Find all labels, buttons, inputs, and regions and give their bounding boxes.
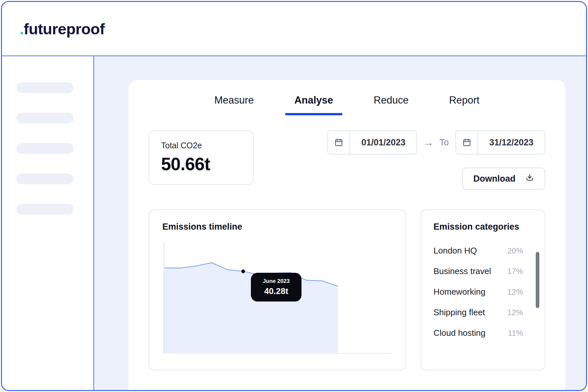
start-date-input[interactable]: 01/01/2023 — [327, 130, 417, 155]
category-percent: 12% — [507, 287, 532, 297]
download-button[interactable]: Download — [462, 168, 545, 190]
emissions-timeline-title: Emissions timeline — [162, 222, 392, 232]
brand-logo-dot: . — [20, 20, 24, 38]
sidebar — [2, 56, 94, 390]
category-percent: 17% — [507, 267, 532, 276]
category-label: London HQ — [433, 246, 477, 256]
category-percent: 12% — [507, 308, 532, 317]
calendar-icon — [456, 131, 478, 154]
tab-analyse[interactable]: Analyse — [292, 94, 335, 115]
category-label: Cloud hosting — [433, 328, 485, 338]
category-label: Shipping fleet — [433, 307, 485, 318]
download-icon — [525, 173, 534, 184]
date-to-label: To — [439, 138, 449, 148]
category-row: Shipping fleet12% — [433, 302, 532, 323]
sidebar-skeleton-item — [16, 113, 74, 123]
main-area: Measure Analyse Reduce Report Total CO2e… — [94, 56, 586, 390]
category-row: Cloud hosting11% — [433, 323, 532, 343]
date-range-row: 01/01/2023 → To — [327, 130, 545, 155]
tooltip-value: 40.28t — [263, 286, 289, 296]
chart-tooltip: June 2023 40.28t — [251, 273, 301, 302]
calendar-icon — [328, 131, 350, 154]
tooltip-date: June 2023 — [263, 278, 289, 285]
tab-report[interactable]: Report — [447, 94, 482, 115]
emissions-chart-area[interactable]: June 2023 40.28t — [162, 241, 392, 356]
charts-row: Emissions timeline June 2023 — [149, 209, 545, 370]
controls-row: Total CO2e 50.66t — [149, 130, 545, 190]
total-co2e-value: 50.66t — [161, 154, 241, 174]
end-date-input[interactable]: 31/12/2023 — [455, 130, 545, 155]
chart-highlight-dot — [241, 270, 245, 273]
tab-reduce[interactable]: Reduce — [372, 94, 411, 115]
tab-bar: Measure Analyse Reduce Report — [149, 94, 545, 115]
emission-categories-title: Emission categories — [433, 222, 532, 232]
arrow-right-icon: → — [423, 137, 433, 149]
category-row: Business travel17% — [433, 261, 532, 282]
start-date-value: 01/01/2023 — [350, 138, 416, 148]
dashboard-panel: Measure Analyse Reduce Report Total CO2e… — [128, 80, 566, 390]
sidebar-skeleton-item — [16, 173, 74, 184]
category-label: Homeworking — [433, 287, 485, 297]
chart-area-fill — [164, 263, 338, 353]
brand-logo-text: futureproof — [24, 20, 105, 38]
sidebar-skeleton-item — [16, 143, 74, 154]
category-row: London HQ20% — [433, 240, 532, 261]
app-header: .futureproof — [2, 2, 586, 56]
brand-logo: .futureproof — [20, 20, 105, 38]
emission-categories-card: Emission categories London HQ20%Business… — [420, 209, 545, 370]
download-button-label: Download — [473, 174, 515, 184]
total-co2e-label: Total CO2e — [161, 141, 241, 150]
emissions-timeline-card: Emissions timeline June 2023 — [149, 209, 406, 370]
category-percent: 11% — [508, 329, 532, 338]
category-row: Homeworking12% — [433, 282, 532, 302]
category-label: Business travel — [433, 266, 491, 276]
total-co2e-card: Total CO2e 50.66t — [149, 130, 254, 185]
date-controls: 01/01/2023 → To — [327, 130, 545, 190]
end-date-value: 31/12/2023 — [478, 138, 545, 148]
sidebar-skeleton-item — [16, 204, 74, 215]
app-window: .futureproof Measure Analyse Reduce Repo… — [1, 1, 587, 391]
scrollbar-thumb[interactable] — [536, 252, 539, 308]
tab-measure[interactable]: Measure — [212, 94, 256, 115]
category-percent: 20% — [507, 246, 532, 255]
sidebar-skeleton-item — [16, 82, 74, 93]
category-list: London HQ20%Business travel17%Homeworkin… — [433, 240, 532, 343]
